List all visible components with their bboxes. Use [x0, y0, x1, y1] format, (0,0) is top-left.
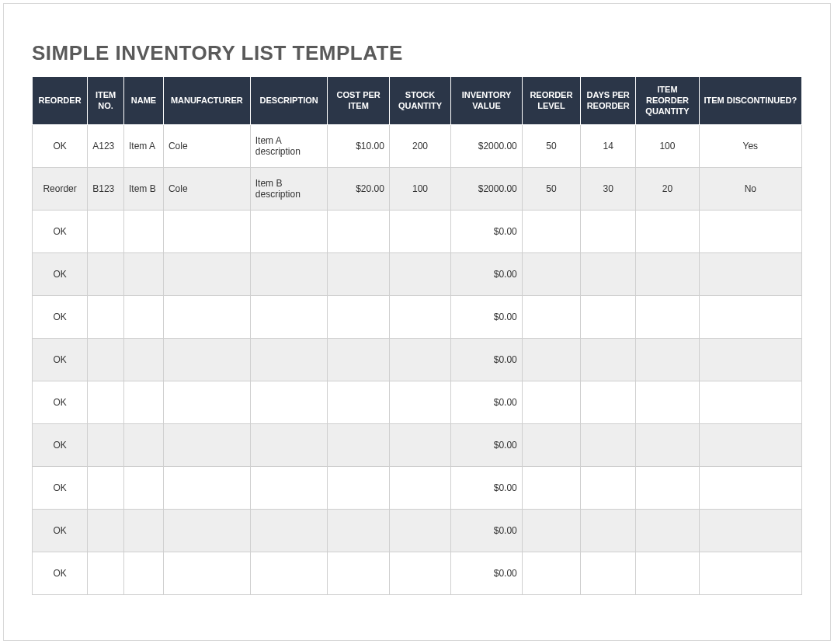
cell-inventory_value: $0.00 [451, 381, 523, 424]
cell-cost_per_item [328, 339, 389, 381]
cell-reorder: OK [33, 467, 88, 510]
cell-manufacturer [163, 510, 250, 552]
cell-item_discontinued [699, 381, 801, 424]
cell-reorder: OK [33, 381, 88, 424]
cell-name [124, 510, 164, 552]
cell-manufacturer [163, 211, 250, 253]
col-days-per-reorder: DAYS PER REORDER [581, 77, 636, 125]
cell-item_discontinued: No [699, 168, 801, 211]
table-row: OK$0.00 [33, 211, 802, 253]
cell-reorder_level [522, 211, 580, 253]
cell-reorder: OK [33, 296, 88, 339]
cell-manufacturer: Cole [163, 168, 250, 211]
cell-inventory_value: $2000.00 [451, 125, 523, 168]
table-row: OK$0.00 [33, 339, 802, 381]
cell-reorder: OK [33, 510, 88, 552]
cell-days_per_reorder [581, 253, 636, 296]
table-row: OK$0.00 [33, 253, 802, 296]
cell-item_no [88, 381, 124, 424]
cell-inventory_value: $0.00 [451, 424, 523, 467]
cell-inventory_value: $0.00 [451, 510, 523, 552]
cell-item_no [88, 424, 124, 467]
cell-description [250, 339, 328, 381]
cell-item_no [88, 339, 124, 381]
cell-stock_quantity: 200 [389, 125, 450, 168]
cell-name [124, 552, 164, 595]
cell-item_no [88, 296, 124, 339]
cell-stock_quantity [389, 552, 450, 595]
cell-stock_quantity [389, 253, 450, 296]
cell-description [250, 296, 328, 339]
cell-manufacturer [163, 253, 250, 296]
cell-cost_per_item [328, 381, 389, 424]
col-reorder: REORDER [33, 77, 88, 125]
cell-cost_per_item: $10.00 [328, 125, 389, 168]
cell-reorder: OK [33, 552, 88, 595]
cell-item_discontinued [699, 211, 801, 253]
col-item-discontinued: ITEM DISCONTINUED? [699, 77, 801, 125]
cell-cost_per_item [328, 253, 389, 296]
cell-manufacturer: Cole [163, 125, 250, 168]
cell-stock_quantity: 100 [389, 168, 450, 211]
cell-inventory_value: $0.00 [451, 211, 523, 253]
cell-item_reorder_quantity [636, 552, 699, 595]
cell-description [250, 424, 328, 467]
cell-item_reorder_quantity: 20 [636, 168, 699, 211]
cell-item_reorder_quantity [636, 211, 699, 253]
cell-days_per_reorder [581, 467, 636, 510]
cell-reorder_level [522, 339, 580, 381]
cell-days_per_reorder [581, 339, 636, 381]
cell-inventory_value: $2000.00 [451, 168, 523, 211]
cell-name [124, 424, 164, 467]
cell-reorder_level: 50 [522, 125, 580, 168]
cell-description: Item A description [250, 125, 328, 168]
table-row: ReorderB123Item BColeItem B description$… [33, 168, 802, 211]
table-row: OK$0.00 [33, 467, 802, 510]
table-header-row: REORDER ITEM NO. NAME MANUFACTURER DESCR… [33, 77, 802, 125]
cell-item_reorder_quantity [636, 467, 699, 510]
cell-item_discontinued [699, 467, 801, 510]
cell-reorder: OK [33, 125, 88, 168]
cell-item_discontinued [699, 424, 801, 467]
cell-reorder: OK [33, 424, 88, 467]
cell-days_per_reorder [581, 552, 636, 595]
cell-cost_per_item [328, 424, 389, 467]
cell-item_discontinued [699, 253, 801, 296]
table-row: OK$0.00 [33, 510, 802, 552]
cell-manufacturer [163, 381, 250, 424]
cell-days_per_reorder [581, 211, 636, 253]
cell-cost_per_item: $20.00 [328, 168, 389, 211]
cell-item_reorder_quantity [636, 296, 699, 339]
cell-item_reorder_quantity [636, 381, 699, 424]
cell-days_per_reorder [581, 296, 636, 339]
col-reorder-level: REORDER LEVEL [522, 77, 580, 125]
cell-reorder: OK [33, 339, 88, 381]
col-stock-quantity: STOCK QUANTITY [389, 77, 450, 125]
cell-name: Item B [124, 168, 164, 211]
cell-item_no [88, 510, 124, 552]
cell-cost_per_item [328, 296, 389, 339]
cell-stock_quantity [389, 211, 450, 253]
cell-stock_quantity [389, 339, 450, 381]
col-cost-per-item: COST PER ITEM [328, 77, 389, 125]
cell-item_reorder_quantity [636, 253, 699, 296]
cell-reorder: OK [33, 253, 88, 296]
cell-item_discontinued [699, 552, 801, 595]
col-inventory-value: INVENTORY VALUE [451, 77, 523, 125]
cell-reorder_level [522, 424, 580, 467]
cell-manufacturer [163, 467, 250, 510]
cell-manufacturer [163, 552, 250, 595]
cell-reorder_level [522, 510, 580, 552]
cell-reorder_level [522, 467, 580, 510]
cell-description [250, 552, 328, 595]
col-name: NAME [124, 77, 164, 125]
cell-item_discontinued [699, 296, 801, 339]
cell-days_per_reorder [581, 510, 636, 552]
cell-item_reorder_quantity: 100 [636, 125, 699, 168]
cell-reorder: Reorder [33, 168, 88, 211]
cell-name [124, 253, 164, 296]
cell-cost_per_item [328, 552, 389, 595]
cell-manufacturer [163, 296, 250, 339]
cell-name [124, 467, 164, 510]
cell-days_per_reorder [581, 424, 636, 467]
